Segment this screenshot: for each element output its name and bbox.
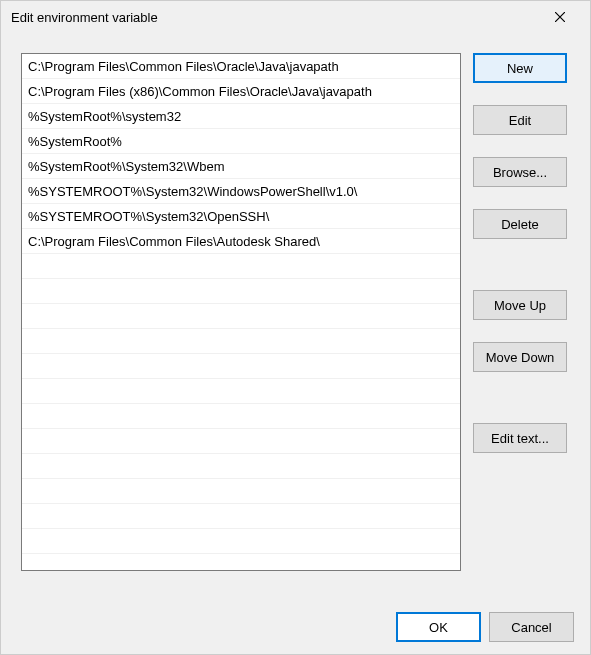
new-button[interactable]: New: [473, 53, 567, 83]
list-item[interactable]: %SystemRoot%\system32: [22, 104, 460, 129]
list-item-empty[interactable]: [22, 304, 460, 329]
list-item[interactable]: %SYSTEMROOT%\System32\OpenSSH\: [22, 204, 460, 229]
list-item[interactable]: %SYSTEMROOT%\System32\WindowsPowerShell\…: [22, 179, 460, 204]
list-item-empty[interactable]: [22, 279, 460, 304]
side-buttons: New Edit Browse... Delete Move Up Move D…: [473, 53, 567, 584]
dialog-content: C:\Program Files\Common Files\Oracle\Jav…: [1, 33, 590, 654]
list-item-empty[interactable]: [22, 529, 460, 554]
list-item-empty[interactable]: [22, 329, 460, 354]
main-area: C:\Program Files\Common Files\Oracle\Jav…: [21, 53, 574, 584]
titlebar: Edit environment variable: [1, 1, 590, 33]
list-item-empty[interactable]: [22, 429, 460, 454]
dialog-title: Edit environment variable: [11, 10, 158, 25]
list-item-empty[interactable]: [22, 404, 460, 429]
move-up-button[interactable]: Move Up: [473, 290, 567, 320]
list-item[interactable]: C:\Program Files (x86)\Common Files\Orac…: [22, 79, 460, 104]
list-item[interactable]: %SystemRoot%\System32\Wbem: [22, 154, 460, 179]
list-item-empty[interactable]: [22, 354, 460, 379]
list-item[interactable]: C:\Program Files\Common Files\Autodesk S…: [22, 229, 460, 254]
list-item-empty[interactable]: [22, 254, 460, 279]
edit-button[interactable]: Edit: [473, 105, 567, 135]
close-icon[interactable]: [540, 3, 580, 31]
list-item[interactable]: %SystemRoot%: [22, 129, 460, 154]
delete-button[interactable]: Delete: [473, 209, 567, 239]
list-item-empty[interactable]: [22, 479, 460, 504]
cancel-button[interactable]: Cancel: [489, 612, 574, 642]
list-item-empty[interactable]: [22, 504, 460, 529]
path-listbox[interactable]: C:\Program Files\Common Files\Oracle\Jav…: [21, 53, 461, 571]
list-item-empty[interactable]: [22, 454, 460, 479]
browse-button[interactable]: Browse...: [473, 157, 567, 187]
edit-text-button[interactable]: Edit text...: [473, 423, 567, 453]
ok-button[interactable]: OK: [396, 612, 481, 642]
move-down-button[interactable]: Move Down: [473, 342, 567, 372]
list-item-empty[interactable]: [22, 379, 460, 404]
edit-env-var-dialog: Edit environment variable C:\Program Fil…: [0, 0, 591, 655]
list-item[interactable]: C:\Program Files\Common Files\Oracle\Jav…: [22, 54, 460, 79]
dialog-footer: OK Cancel: [21, 584, 574, 642]
